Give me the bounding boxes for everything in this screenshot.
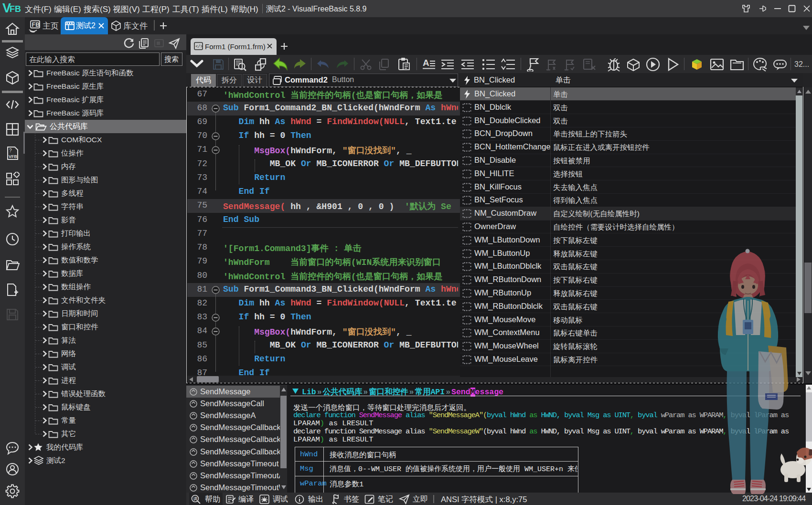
svg-text:FB: FB bbox=[32, 21, 40, 28]
svg-text:VFB: VFB bbox=[9, 154, 18, 159]
svg-text:A: A bbox=[423, 58, 429, 68]
svg-text:调: 调 bbox=[193, 496, 198, 501]
svg-text:?: ? bbox=[9, 148, 12, 153]
svg-text:</>: </> bbox=[195, 44, 203, 49]
